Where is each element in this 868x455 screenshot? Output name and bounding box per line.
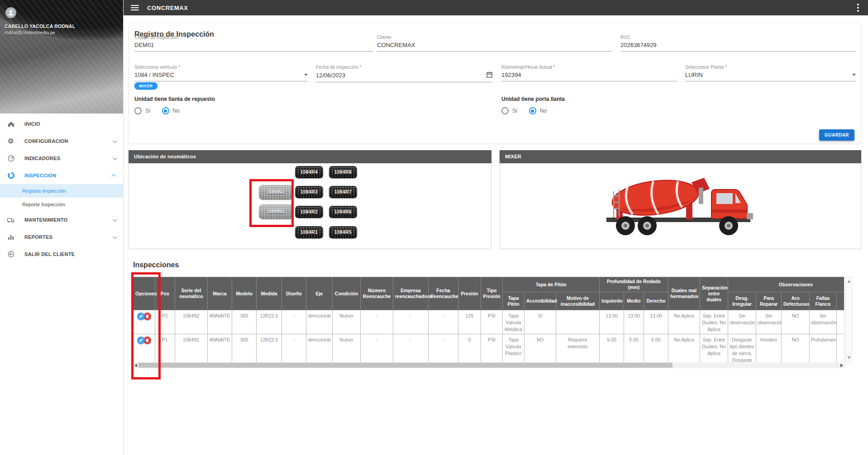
sidebar-item-label: INICIO xyxy=(24,121,40,127)
kilometraje-value[interactable]: 192394 xyxy=(501,71,677,78)
scroll-left-icon[interactable] xyxy=(134,364,137,367)
cell-extra: Tu f xyxy=(837,334,844,363)
sidebar: CABELLO YACOLCA RODNAL rodnal@contentmed… xyxy=(0,0,124,455)
edit-icon[interactable] xyxy=(137,337,145,344)
scroll-down-icon[interactable] xyxy=(847,356,851,359)
cell-izquierdo: 5.00 xyxy=(600,334,624,363)
planta-value[interactable]: LURIN xyxy=(685,71,703,78)
cell-fallas-flanco: Sin observación xyxy=(810,310,837,334)
tire-1084R1[interactable]: 1084R1 xyxy=(295,226,323,238)
cell-izquierdo: 13.00 xyxy=(600,310,624,334)
radio-no[interactable]: No xyxy=(162,107,180,114)
radio-si-label: Si xyxy=(145,108,150,114)
sidebar-item-reportes[interactable]: REPORTES xyxy=(0,228,123,246)
kilometraje-label: Kilometraje/Horas Actual * xyxy=(501,65,677,70)
cell-diseno: - xyxy=(282,310,306,334)
vehiculo-select[interactable]: Seleccionar vehículo * 1084 / INSPEC xyxy=(134,65,308,81)
llanta-repuesto-radios: Si No xyxy=(134,107,180,114)
cell-extra xyxy=(837,310,844,334)
tire-1084N2-spare[interactable]: 1084N2 xyxy=(259,185,293,199)
inspections-table-scroll-area[interactable]: Opciones Pos Serie del neumático Marca M… xyxy=(133,277,844,362)
radio-circle[interactable] xyxy=(501,107,509,114)
ruc-value[interactable]: 20263674929 xyxy=(620,42,856,48)
chevron-down-icon xyxy=(113,234,117,239)
sidebar-item-inspeccion[interactable]: INSPECCION xyxy=(0,167,123,184)
cell-para-reparar: Sin observación xyxy=(756,310,782,334)
sidebar-item-reporte-inspeccion[interactable]: Reporte Inspección xyxy=(0,198,123,211)
tire-1084R4[interactable]: 1084R4 xyxy=(295,166,323,178)
cell-tapa-piton: Tapa Válvula Metálica xyxy=(503,310,525,334)
col-pos: Pos xyxy=(155,277,175,310)
sidebar-subitem-label: Reporte Inspección xyxy=(22,202,65,207)
exit-icon xyxy=(6,250,15,258)
gear-icon: ⚙ xyxy=(6,137,15,145)
chevron-down-icon xyxy=(113,138,117,143)
tire-1084N1-spare[interactable]: 1084N1 xyxy=(259,204,293,219)
vehiculo-value[interactable]: 1084 / INSPEC xyxy=(134,71,174,78)
sidebar-item-indicadores[interactable]: INDICADORES xyxy=(0,150,123,167)
sidebar-item-configuracion[interactable]: ⚙ CONFIGURACION xyxy=(0,133,123,150)
porta-llanta-radios: Si No xyxy=(501,107,547,114)
tire-1084R8[interactable]: 1084R8 xyxy=(329,166,357,178)
scroll-right-icon[interactable] xyxy=(840,364,843,367)
edit-icon[interactable] xyxy=(137,313,145,320)
cell-duales: No Aplica xyxy=(668,334,700,363)
ubicacion-neumaticos-panel: Ubicación de neumáticos 1084R4 1084R8 10… xyxy=(129,150,491,249)
sidebar-item-mantenimiento[interactable]: MANTENIMIENTO xyxy=(0,211,123,228)
scroll-up-icon[interactable] xyxy=(847,280,851,283)
sidebar-item-inicio[interactable]: INICIO xyxy=(0,115,123,133)
radio-circle-checked[interactable] xyxy=(529,107,536,114)
tire-1084R3[interactable]: 1084R3 xyxy=(295,186,323,198)
bar-chart-icon xyxy=(6,233,15,241)
cell-aro-defectuoso: NO xyxy=(782,310,810,334)
mixer-chip: MIXER xyxy=(134,82,157,90)
planta-select[interactable]: Seleccionar Planta * LURIN xyxy=(685,65,856,81)
sidebar-item-salir-del-cliente[interactable]: SALIR DEL CLIENTE xyxy=(0,246,123,263)
sidebar-item-registra-inspeccion[interactable]: Registra Inspección xyxy=(0,184,123,198)
fecha-inspeccion-field[interactable]: Fecha de inspección * 12/06/2023 xyxy=(316,65,492,82)
tire-1084R2[interactable]: 1084R2 xyxy=(295,206,323,218)
menu-hamburger-icon[interactable] xyxy=(131,5,139,10)
col-group-tapa-piton: Tapa de Pitón xyxy=(503,277,600,292)
vertical-scrollbar[interactable] xyxy=(845,277,852,362)
cliente-field[interactable]: Cliente CONCREMAX xyxy=(377,35,612,52)
ruc-field[interactable]: RUC 20263674929 xyxy=(620,35,856,52)
col-group-observaciones: Observaciones xyxy=(728,277,844,292)
guardar-button[interactable]: GUARDAR xyxy=(819,129,854,141)
tire-1084R7[interactable]: 1084R7 xyxy=(329,186,357,198)
col-fallas-flanco: Fallas Flanco xyxy=(810,292,837,310)
cell-derecho: 5.00 xyxy=(644,334,668,363)
codigo-inspeccion-field[interactable]: Código de inspección DEM01 xyxy=(134,35,373,52)
fecha-value[interactable]: 12/06/2023 xyxy=(316,72,345,79)
cell-fecha-reencauche: - xyxy=(429,310,458,334)
cell-separacion: Sep. Entre Duales- No Aplica xyxy=(700,310,728,334)
radio-si-label: Si xyxy=(512,108,517,114)
chevron-down-icon[interactable] xyxy=(304,74,308,76)
opciones-cell xyxy=(134,334,155,363)
calendar-icon[interactable] xyxy=(486,71,492,79)
tire-1084R5[interactable]: 1084R5 xyxy=(329,226,357,238)
kebab-menu-icon[interactable] xyxy=(855,2,861,14)
cliente-value[interactable]: CONCREMAX xyxy=(377,42,612,48)
radio-circle-checked[interactable] xyxy=(162,107,169,114)
kilometraje-field[interactable]: Kilometraje/Horas Actual * 192394 xyxy=(501,65,677,81)
radio-no[interactable]: No xyxy=(529,107,547,114)
cell-desg-irregular: Desgaste tipo dientes de sierra, Desgast… xyxy=(728,334,756,363)
col-tipo-presion: Tipo Presión xyxy=(481,277,503,310)
chevron-down-icon[interactable] xyxy=(852,74,856,76)
radio-si[interactable]: Si xyxy=(134,107,150,114)
col-fecha-reencauche: Fecha Reencauche xyxy=(429,277,458,310)
cell-motivo xyxy=(556,310,600,334)
col-marca: Marca xyxy=(208,277,232,310)
col-extra-truncated: Es xyxy=(837,292,844,310)
chevron-down-icon xyxy=(113,156,117,160)
mixer-truck-image xyxy=(597,170,765,243)
radio-circle[interactable] xyxy=(134,107,142,114)
tire-1084R6[interactable]: 1084R6 xyxy=(329,206,357,218)
scrollbar-thumb[interactable] xyxy=(138,363,672,368)
radio-si[interactable]: Si xyxy=(501,107,517,114)
home-icon xyxy=(6,120,15,128)
codigo-value[interactable]: DEM01 xyxy=(134,42,373,48)
col-izquierdo: Izquierdo xyxy=(600,292,624,310)
horizontal-scrollbar[interactable] xyxy=(133,362,844,368)
